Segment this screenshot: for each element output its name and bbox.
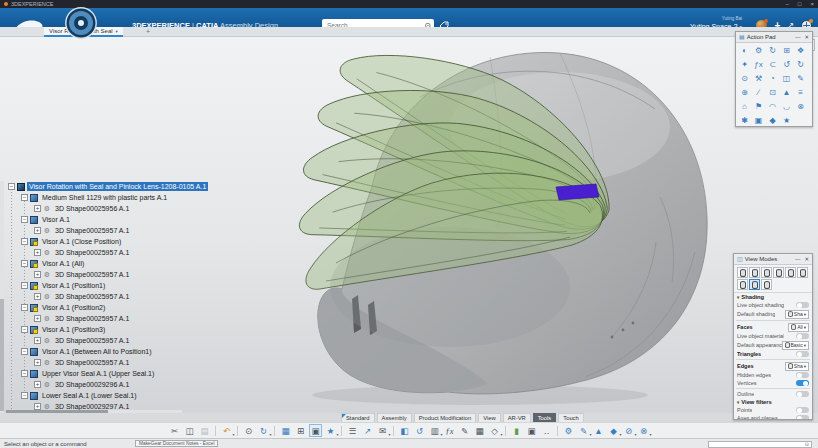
tree-item[interactable]: −Upper Visor Seal A.1 (Upper Seal.1) [6,368,250,379]
action-pad-title-bar[interactable]: ▤ Action Pad — ✕ [736,32,812,43]
action-pad-tool-icon[interactable]: ⊂ [766,58,779,71]
toggle-off[interactable] [796,372,809,378]
render-style-icon[interactable] [737,267,748,278]
action-pad-tool-icon[interactable]: ✦ [738,58,751,71]
expander-icon[interactable]: − [21,238,28,245]
insert-existing-icon[interactable]: ◧ [398,424,411,437]
tree-item[interactable]: +⚙3D Shape00025957 A.1 [6,269,250,280]
expander-icon[interactable]: − [21,392,28,399]
command-search-icon[interactable]: ⊙ [805,442,809,447]
render-style-icon[interactable] [761,267,772,278]
expander-icon[interactable]: + [34,381,41,388]
action-pad-tool-icon[interactable]: ◠ [766,100,779,113]
tree-item-label[interactable]: 3D Shape00025957 A.1 [53,314,131,323]
dropdown-caret-icon[interactable]: ▾ [804,343,806,348]
action-pad-tool-icon[interactable]: ƒx [752,58,765,71]
tree-item[interactable]: −Medium Shell 1129 with plastic parts A.… [6,192,250,203]
tree-item-label[interactable]: 3D Shape00025957 A.1 [53,248,131,257]
tree-item-label[interactable]: Visor A.1 (Between All to Position1) [40,347,154,356]
tree-item-label[interactable]: Visor Rotation with Seal and Pinlock Len… [27,182,208,191]
expander-icon[interactable]: + [34,271,41,278]
action-pad-tool-icon[interactable]: ⊡ [766,86,779,99]
action-pad-tool-icon[interactable]: ▲ [780,86,793,99]
tree-item-label[interactable]: Visor A.1 (Position1) [40,281,107,290]
dropdown-caret-icon[interactable]: ▾ [649,433,651,437]
action-pad-tool-icon[interactable]: ⚙ [752,44,765,57]
expander-icon[interactable]: − [21,326,28,333]
tree-item[interactable]: +⚙3D Shape00025957 A.1 [6,291,250,302]
tree-item[interactable]: −Visor A.1 (All) [6,258,250,269]
panel-close-icon[interactable]: ✕ [804,256,809,262]
cut-icon[interactable]: ✂ [168,424,181,437]
expander-icon[interactable]: + [34,403,41,410]
tree-item-label[interactable]: 3D Shape00025957 A.1 [53,336,131,345]
tree-item-label[interactable]: Visor A.1 [40,215,72,224]
annotate-icon[interactable]: ✎ [458,424,471,437]
formula-icon[interactable]: ƒx [443,424,456,437]
sketch-icon[interactable]: ✎▾ [577,424,590,437]
share-icon[interactable]: ↗ [361,424,374,437]
dropdown-caret-icon[interactable]: ▾ [269,433,271,437]
action-bar-tab-tools[interactable]: Tools [533,413,557,422]
copy-icon[interactable]: ◫ [183,424,196,437]
datum-icon[interactable]: ▥▾ [428,424,441,437]
expander-icon[interactable]: + [34,249,41,256]
update-icon[interactable]: ↻▾ [257,424,270,437]
expander-icon[interactable]: + [34,205,41,212]
expander-icon[interactable]: − [21,370,28,377]
expander-icon[interactable]: − [21,348,28,355]
mechanism-icon[interactable]: ⚙ [562,424,575,437]
tree-item[interactable]: −Visor A.1 (Between All to Position1) [6,346,250,357]
action-pad-tool-icon[interactable]: ⌂ [738,100,751,113]
3dexperience-compass-icon[interactable] [64,6,98,40]
tree-item-label[interactable]: Medium Shell 1129 with plastic parts A.1 [40,193,169,202]
list-view-icon[interactable]: ☰ [346,424,359,437]
minimize-button[interactable]: – [786,0,789,8]
tree-item-label[interactable]: Upper Visor Seal A.1 (Upper Seal.1) [40,369,156,378]
action-pad-tool-icon[interactable]: ⊗ [794,100,807,113]
action-bar-tab-ar-vr[interactable]: AR-VR [503,413,531,422]
tree-item-label[interactable]: Visor A.1 (Position2) [40,303,107,312]
expander-icon[interactable]: + [34,337,41,344]
toggle-off[interactable] [796,333,809,339]
expander-icon[interactable]: − [21,260,28,267]
panel-icon[interactable]: ▣ [525,424,538,437]
toggle-off[interactable] [796,415,809,420]
action-bar-tab-product-modification[interactable]: Product Modification [414,413,477,422]
action-pad-tool-icon[interactable]: ◡ [780,100,793,113]
expander-icon[interactable]: + [34,315,41,322]
toggle-on[interactable] [796,380,809,386]
action-bar-tab-assembly[interactable]: Assembly [377,413,412,422]
section-header[interactable]: ▾View filters [734,398,812,406]
dropdown[interactable]: All▾ [788,323,809,332]
tree-item-label[interactable]: 3D Shape00025957 A.1 [53,358,131,367]
tree-item-label[interactable]: 3D Shape00025957 A.1 [53,270,131,279]
dropdown-caret-icon[interactable]: ▾ [336,433,338,437]
battery-icon[interactable]: ▮ [510,424,523,437]
pivot-part[interactable] [556,184,599,200]
tree-item[interactable]: −Visor Rotation with Seal and Pinlock Le… [6,181,250,192]
tree-item-label[interactable]: Lower Seal A.1 (Lower Seal.1) [40,391,139,400]
dropdown-caret-icon[interactable]: ▾ [232,433,234,437]
action-bar-tab-touch[interactable]: Touch [558,413,583,422]
action-pad-tool-icon[interactable]: ◔ [766,72,779,85]
dropdown[interactable]: Sha▾ [785,362,809,371]
collapse-caret-icon[interactable]: ▾ [737,400,739,405]
tab-caret-icon[interactable]: ▾ [116,29,118,34]
render-style-icon[interactable] [737,279,748,290]
new-window-icon[interactable]: ▣ [309,424,322,437]
tree-item-label[interactable]: 3D Shape00025957 A.1 [53,292,131,301]
tree-item[interactable]: +⚙3D Shape00025957 A.1 [6,247,250,258]
action-pad-tool-icon[interactable]: ≡ [794,86,807,99]
toggle-off[interactable] [796,391,809,397]
action-pad-tool-icon[interactable]: ▣ [752,114,765,127]
expander-icon[interactable]: + [34,227,41,234]
action-pad-tool-icon[interactable]: ∕ [752,86,765,99]
new-tab-button[interactable]: + [146,28,150,36]
action-pad-tool-icon[interactable]: ✎ [794,72,807,85]
action-pad-tool-icon[interactable]: ◆ [766,114,779,127]
render-style-icon[interactable] [761,279,772,290]
maximize-button[interactable]: □ [798,0,802,8]
view-modes-title-bar[interactable]: ◫ View Modes — ✕ [734,254,812,265]
tree-item[interactable]: −Visor A.1 (Close Position) [6,236,250,247]
